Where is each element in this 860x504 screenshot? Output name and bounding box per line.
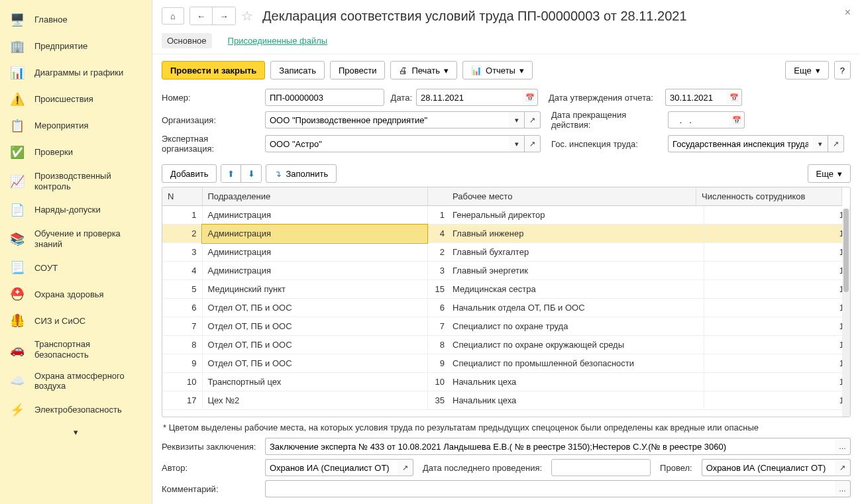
author-open-button[interactable]: ↗ xyxy=(398,459,413,476)
cell-dept[interactable]: Отдел ОТ, ПБ и ООС xyxy=(202,299,427,317)
save-button[interactable]: Записать xyxy=(270,61,325,79)
author-input[interactable] xyxy=(265,459,398,476)
cell-dept[interactable]: Медицинский пункт xyxy=(202,280,427,299)
sidebar-item-main[interactable]: 🖥️Главное xyxy=(0,7,152,33)
move-down-button[interactable]: ⬇ xyxy=(241,165,261,182)
cell-workplace[interactable]: Медицинская сестра xyxy=(447,280,704,299)
reports-button[interactable]: 📊Отчеты▾ xyxy=(462,61,533,79)
details-expand-button[interactable]: … xyxy=(835,438,851,455)
date-picker-button[interactable]: 📅 xyxy=(522,89,538,106)
cell-dept[interactable]: Администрация xyxy=(202,262,427,280)
details-input[interactable] xyxy=(265,438,835,455)
approval-date-input[interactable] xyxy=(665,89,726,106)
org-dropdown-button[interactable]: ▾ xyxy=(509,111,525,128)
sidebar-item-label: Охрана атмосферного воздуха xyxy=(34,371,142,391)
comment-input[interactable] xyxy=(265,480,835,497)
add-button[interactable]: Добавить xyxy=(162,164,217,183)
back-button[interactable]: ← xyxy=(190,7,213,25)
cell-workplace[interactable]: Начальник цеха xyxy=(447,373,704,391)
table-more-button[interactable]: Еще▾ xyxy=(808,164,851,183)
move-up-button[interactable]: ⬆ xyxy=(221,165,241,182)
close-button[interactable]: × xyxy=(845,7,851,19)
favorite-button[interactable]: ☆ xyxy=(241,8,253,24)
expert-org-open-button[interactable]: ↗ xyxy=(525,135,541,152)
conducted-input[interactable] xyxy=(702,459,835,476)
table-row[interactable]: 3Администрация2Главный бухгалтер1 xyxy=(162,243,850,262)
sidebar-item-prodcontrol[interactable]: 📈Производственный контроль xyxy=(0,166,152,197)
number-input[interactable] xyxy=(265,89,384,106)
cell-workplace[interactable]: Главный инженер xyxy=(447,225,704,243)
expert-org-dropdown-button[interactable]: ▾ xyxy=(509,135,525,152)
post-button[interactable]: Провести xyxy=(330,61,386,79)
col-header-dept[interactable]: Подразделение xyxy=(202,187,427,206)
sidebar-collapse[interactable]: ▾ xyxy=(0,423,152,441)
inspection-input[interactable] xyxy=(668,135,812,152)
sidebar-item-checks[interactable]: ✅Проверки xyxy=(0,139,152,166)
sidebar-item-siz[interactable]: 🦺СИЗ и СиОС xyxy=(0,307,152,334)
conducted-open-button[interactable]: ↗ xyxy=(835,459,851,476)
cell-dept[interactable]: Администрация xyxy=(202,206,427,225)
cell-workplace[interactable]: Генеральный директор xyxy=(447,206,704,225)
more-button[interactable]: Еще▾ xyxy=(785,61,828,79)
help-button[interactable]: ? xyxy=(834,61,851,79)
termination-date-picker-button[interactable]: 📅 xyxy=(729,111,745,128)
sidebar-item-air[interactable]: ☁️Охрана атмосферного воздуха xyxy=(0,366,152,397)
sidebar-item-training[interactable]: 📚Обучение и проверка знаний xyxy=(0,223,152,254)
table-row[interactable]: 7Отдел ОТ, ПБ и ООС7Специалист по охране… xyxy=(162,317,850,336)
table-row[interactable]: 17Цех №235Начальник цеха1 xyxy=(162,391,850,410)
table-row[interactable]: 8Отдел ОТ, ПБ и ООС8Специалист по охране… xyxy=(162,336,850,354)
table-row[interactable]: 1Администрация1Генеральный директор1 xyxy=(162,206,850,225)
col-header-n[interactable]: N xyxy=(162,187,202,206)
cell-workplace[interactable]: Специалист по промышленной безопасности xyxy=(447,354,704,373)
col-header-workplace[interactable]: Рабочее место xyxy=(447,187,696,206)
cell-dept[interactable]: Отдел ОТ, ПБ и ООС xyxy=(202,317,427,336)
sidebar-item-sout[interactable]: 📃СОУТ xyxy=(0,254,152,281)
table-row[interactable]: 5Медицинский пункт15Медицинская сестра1 xyxy=(162,280,850,299)
inspection-open-button[interactable]: ↗ xyxy=(828,135,844,152)
cell-workplace[interactable]: Специалист по охране окружающей среды xyxy=(447,336,704,354)
cell-workplace[interactable]: Начальник отдела ОТ, ПБ и ООС xyxy=(447,299,704,317)
org-input[interactable] xyxy=(265,111,509,128)
sidebar-item-incidents[interactable]: ⚠️Происшествия xyxy=(0,86,152,113)
col-header-count[interactable]: Численность сотрудников xyxy=(696,187,842,206)
print-button[interactable]: 🖨Печать▾ xyxy=(390,61,457,79)
table-row[interactable]: 10Транспортный цех10Начальник цеха1 xyxy=(162,373,850,391)
cell-dept[interactable]: Транспортный цех xyxy=(202,373,427,391)
table-row[interactable]: 4Администрация3Главный энергетик1 xyxy=(162,262,850,280)
last-date-input[interactable] xyxy=(551,459,651,476)
table-row[interactable]: 9Отдел ОТ, ПБ и ООС9Специалист по промыш… xyxy=(162,354,850,373)
table-row[interactable]: 6Отдел ОТ, ПБ и ООС6Начальник отдела ОТ,… xyxy=(162,299,850,317)
post-close-button[interactable]: Провести и закрыть xyxy=(162,61,265,79)
sidebar-item-health[interactable]: ⛑️Охрана здоровья xyxy=(0,281,152,307)
sidebar-item-transport[interactable]: 🚗Транспортная безопасность xyxy=(0,334,152,365)
home-button[interactable]: ⌂ xyxy=(162,7,184,25)
table-scrollbar[interactable] xyxy=(842,209,850,417)
tab-main[interactable]: Основное xyxy=(162,33,212,48)
cell-dept[interactable]: Цех №2 xyxy=(202,391,427,410)
date-input[interactable] xyxy=(416,89,522,106)
cell-dept[interactable]: Администрация xyxy=(202,243,427,262)
cell-workplace[interactable]: Начальник цеха xyxy=(447,391,704,410)
forward-button[interactable]: → xyxy=(213,7,235,25)
termination-date-input[interactable] xyxy=(668,111,729,128)
fill-button[interactable]: ↴Заполнить xyxy=(266,164,337,183)
cell-workplace[interactable]: Главный энергетик xyxy=(447,262,704,280)
sidebar-item-permits[interactable]: 📄Наряды-допуски xyxy=(0,197,152,223)
sidebar-item-electro[interactable]: ⚡Электробезопасность xyxy=(0,397,152,423)
expert-org-input[interactable] xyxy=(265,135,509,152)
cell-dept[interactable]: Отдел ОТ, ПБ и ООС xyxy=(202,354,427,373)
org-open-button[interactable]: ↗ xyxy=(525,111,541,128)
sidebar-item-enterprise[interactable]: 🏢Предприятие xyxy=(0,33,152,60)
sidebar-item-charts[interactable]: 📊Диаграммы и графики xyxy=(0,60,152,86)
cell-dept[interactable]: Администрация xyxy=(202,225,427,243)
inspection-dropdown-button[interactable]: ▾ xyxy=(812,135,828,152)
comment-expand-button[interactable]: … xyxy=(835,480,851,497)
approval-date-picker-button[interactable]: 📅 xyxy=(726,89,742,106)
cell-workplace[interactable]: Главный бухгалтер xyxy=(447,243,704,262)
sidebar-item-events[interactable]: 📋Мероприятия xyxy=(0,113,152,139)
cell-workplace[interactable]: Специалист по охране труда xyxy=(447,317,704,336)
tab-attached-files[interactable]: Присоединенные файлы xyxy=(223,33,333,48)
cell-dept[interactable]: Отдел ОТ, ПБ и ООС xyxy=(202,336,427,354)
scrollbar-thumb[interactable] xyxy=(843,209,849,292)
table-row[interactable]: 2Администрация4Главный инженер1 xyxy=(162,225,850,243)
